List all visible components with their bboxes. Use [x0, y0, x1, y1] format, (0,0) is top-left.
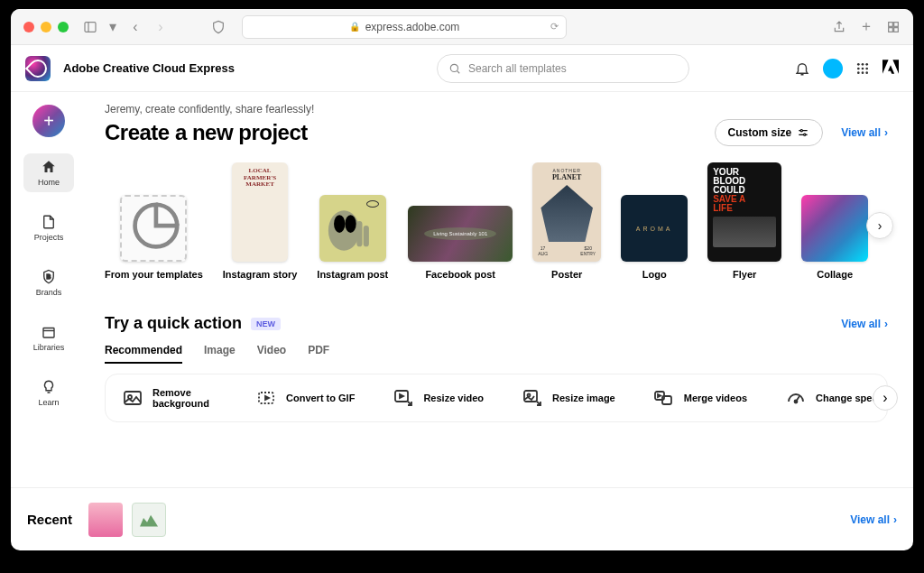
- template-label: Instagram story: [223, 269, 298, 280]
- titlebar: ▾ ‹ › 🔒 express.adobe.com ⟳ ＋: [11, 9, 913, 45]
- privacy-shield-icon[interactable]: [211, 20, 226, 34]
- action-convert-gif[interactable]: Convert to GIF: [255, 387, 355, 409]
- actions-next-button[interactable]: ›: [873, 385, 898, 411]
- share-icon[interactable]: [832, 20, 846, 34]
- tab-pdf[interactable]: PDF: [308, 344, 329, 364]
- svg-point-25: [345, 215, 356, 233]
- template-label: Flyer: [733, 269, 756, 280]
- tab-image[interactable]: Image: [204, 344, 236, 364]
- close-window-button[interactable]: [23, 22, 34, 32]
- sliders-icon: [797, 126, 809, 139]
- action-change-speed[interactable]: Change speed: [785, 387, 883, 409]
- custom-size-label: Custom size: [728, 126, 792, 139]
- template-label: Instagram post: [317, 269, 388, 280]
- action-resize-image[interactable]: Resize image: [522, 387, 615, 409]
- sidebar-item-home[interactable]: Home: [23, 153, 74, 192]
- view-all-label: View all: [841, 318, 881, 330]
- lock-icon: 🔒: [349, 22, 360, 32]
- action-merge-videos[interactable]: Merge videos: [653, 387, 747, 409]
- chevron-right-icon: ›: [878, 218, 882, 233]
- url-bar[interactable]: 🔒 express.adobe.com ⟳: [242, 15, 567, 39]
- template-logo[interactable]: AROMA Logo: [621, 195, 688, 280]
- home-icon: [41, 159, 57, 175]
- action-label: Remove background: [152, 387, 217, 409]
- template-instagram-story[interactable]: LOCALFARMER'SMARKET Instagram story: [223, 162, 298, 280]
- action-label: Merge videos: [684, 393, 747, 403]
- file-icon: [41, 214, 57, 230]
- library-icon: [41, 324, 57, 340]
- minimize-window-button[interactable]: [41, 22, 51, 32]
- back-button[interactable]: ‹: [128, 20, 143, 34]
- chevron-right-icon: ›: [884, 126, 888, 139]
- template-label: Poster: [551, 269, 582, 280]
- sidebar-item-label: Libraries: [33, 343, 65, 352]
- maximize-window-button[interactable]: [58, 22, 69, 32]
- action-resize-video[interactable]: Resize video: [393, 387, 484, 409]
- reload-icon[interactable]: ⟳: [550, 21, 559, 32]
- svg-point-11: [857, 67, 860, 69]
- chevron-down-icon[interactable]: ▾: [108, 20, 117, 34]
- tabs-grid-icon[interactable]: [886, 20, 901, 34]
- template-instagram-post[interactable]: Instagram post: [317, 195, 388, 280]
- recent-heading: Recent: [27, 512, 72, 527]
- sidebar-item-learn[interactable]: Learn: [23, 374, 74, 412]
- custom-size-button[interactable]: Custom size: [715, 119, 824, 146]
- chevron-right-icon: ›: [893, 513, 897, 526]
- tab-recommended[interactable]: Recommended: [105, 344, 182, 364]
- template-collage[interactable]: Collage: [801, 195, 868, 280]
- view-all-link[interactable]: View all ›: [841, 126, 888, 139]
- svg-line-7: [457, 70, 459, 73]
- quick-actions-heading: Try a quick action: [105, 314, 242, 333]
- action-label: Resize image: [552, 393, 615, 403]
- chevron-right-icon: ›: [884, 318, 888, 330]
- view-all-label: View all: [850, 513, 890, 526]
- action-label: Convert to GIF: [286, 393, 355, 403]
- user-avatar[interactable]: [823, 59, 843, 79]
- svg-rect-5: [894, 27, 899, 32]
- new-project-button[interactable]: +: [32, 105, 65, 137]
- svg-point-23: [328, 210, 360, 250]
- sidebar-item-libraries[interactable]: Libraries: [23, 319, 74, 357]
- resize-video-icon: [393, 387, 414, 409]
- bulb-icon: [41, 379, 57, 395]
- svg-marker-31: [400, 394, 403, 398]
- carousel-next-button[interactable]: ›: [866, 212, 893, 239]
- new-badge: NEW: [251, 318, 281, 330]
- search-input[interactable]: Search all templates: [437, 54, 689, 83]
- url-text: express.adobe.com: [365, 21, 460, 33]
- svg-rect-3: [894, 22, 899, 26]
- search-icon: [448, 62, 461, 75]
- svg-point-8: [857, 63, 860, 66]
- template-poster[interactable]: ANOTHER PLANET 17AUG$20ENTRY Poster: [532, 162, 601, 280]
- new-tab-icon[interactable]: ＋: [859, 20, 873, 34]
- recent-section: Recent View all ›: [11, 487, 913, 550]
- notifications-icon[interactable]: [794, 60, 810, 77]
- sidebar-toggle-icon[interactable]: [83, 20, 97, 34]
- recent-item[interactable]: [88, 503, 123, 537]
- gif-icon: [255, 387, 277, 409]
- svg-point-9: [862, 63, 864, 66]
- merge-icon: [653, 387, 675, 409]
- svg-rect-18: [43, 328, 54, 338]
- view-all-link[interactable]: View all ›: [841, 318, 888, 330]
- svg-point-12: [862, 67, 864, 69]
- template-label: Logo: [642, 269, 667, 280]
- sidebar: + Home Projects B Brands Libraries Learn: [11, 92, 87, 487]
- tab-video[interactable]: Video: [257, 344, 286, 364]
- template-from-your-templates[interactable]: From your templates: [105, 195, 203, 280]
- template-facebook-post[interactable]: Living Sustainably 101 Facebook post: [408, 206, 513, 280]
- action-remove-background[interactable]: Remove background: [122, 387, 217, 409]
- forward-button[interactable]: ›: [153, 20, 168, 34]
- main-content: Jeremy, create confidently, share fearle…: [87, 92, 913, 487]
- sidebar-item-label: Learn: [38, 398, 59, 407]
- apps-grid-icon[interactable]: [855, 61, 870, 76]
- view-all-link[interactable]: View all ›: [850, 513, 897, 526]
- svg-text:B: B: [47, 273, 51, 280]
- adobe-logo-icon[interactable]: [882, 60, 899, 77]
- recent-item[interactable]: [132, 503, 166, 537]
- template-flyer[interactable]: YOURBLOODCOULD SAVE ALIFE Flyer: [707, 162, 781, 280]
- svg-rect-2: [889, 22, 893, 26]
- sidebar-item-brands[interactable]: B Brands: [23, 263, 74, 302]
- sidebar-item-projects[interactable]: Projects: [23, 208, 74, 247]
- resize-image-icon: [522, 387, 543, 409]
